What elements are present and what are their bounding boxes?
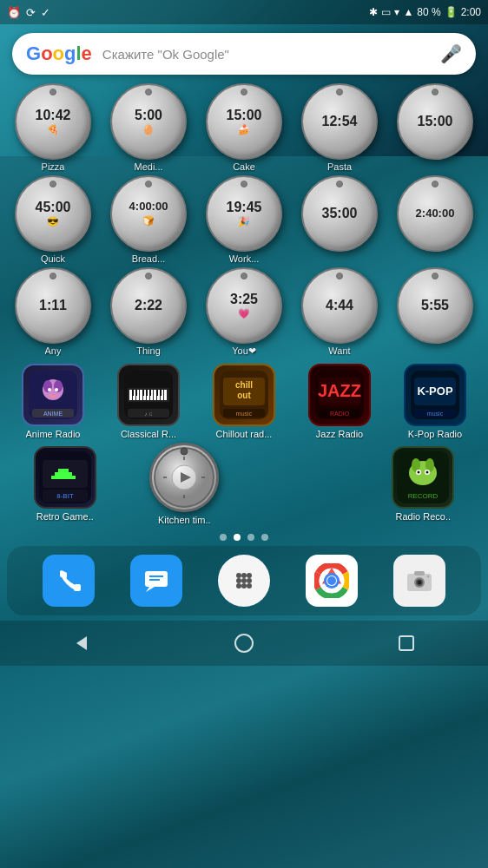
sim-icon: ▭ — [381, 6, 391, 18]
dot-2 — [234, 534, 241, 541]
search-hint: Скажите "Ok Google" — [102, 47, 440, 62]
timer-bread[interactable]: 4:00:00 🍞 Bread... — [102, 175, 195, 264]
kitchen-timer-label: Kitchen tim.. — [158, 515, 211, 525]
svg-point-94 — [241, 583, 247, 589]
jazz-radio-label: Jazz Radio — [316, 429, 363, 439]
app-chillout-radio[interactable]: chill out music Chillout rad... — [198, 364, 290, 439]
timer-dial-pizza: 10:42 🍕 — [15, 83, 91, 160]
timer-time-pasta: 12:54 — [322, 114, 358, 129]
timer-name-bread: Bread... — [132, 253, 166, 264]
svg-text:RECORD: RECORD — [408, 492, 439, 500]
svg-point-95 — [247, 583, 252, 589]
app-retro-game[interactable]: 8-BIT Retro Game.. — [7, 446, 123, 522]
app-radio-rec[interactable]: RECORD Radio Reco.. — [366, 446, 482, 522]
svg-rect-26 — [156, 390, 158, 396]
svg-point-79 — [418, 471, 420, 474]
timer-pasta[interactable]: 12:54 Pasta — [293, 83, 386, 172]
svg-point-100 — [327, 576, 336, 585]
app-classical-radio[interactable]: ♪ ♫ Classical R... — [102, 364, 195, 439]
timer-name-any: Any — [45, 345, 62, 356]
app-jazz-radio[interactable]: JAZZ RADIO Jazz Radio — [293, 364, 386, 439]
svg-rect-22 — [135, 390, 137, 396]
status-bar: ⏰ ⟳ ✓ ✱ ▭ ▾ ▲ 80 % 🔋 2:00 — [0, 0, 488, 24]
timer-dial-medi: 5:00 🥚 — [110, 83, 187, 160]
dock-messages-button[interactable] — [130, 555, 182, 607]
timer-dial-pasta: 12:54 — [301, 83, 378, 160]
timer-cake[interactable]: 15:00 🍰 Cake — [198, 83, 290, 172]
dock-phone-button[interactable] — [43, 555, 95, 607]
timer-pizza[interactable]: 10:42 🍕 Pizza — [7, 83, 99, 172]
timer-you[interactable]: 3:25 💗 You❤ — [198, 267, 290, 357]
dock — [7, 546, 481, 615]
svg-point-5 — [55, 388, 58, 391]
svg-text:music: music — [236, 411, 253, 417]
timer-name-want: Want — [328, 345, 350, 356]
svg-rect-20 — [164, 390, 167, 400]
svg-rect-48 — [58, 469, 62, 472]
timer-name-cake: Cake — [233, 161, 255, 172]
svg-point-89 — [247, 573, 252, 578]
svg-point-91 — [241, 578, 247, 583]
timer-emoji-you: 💗 — [238, 308, 250, 319]
app-kpop-radio[interactable]: K-POP music K-Pop Radio — [389, 364, 481, 439]
timer-dial-quick: 45:00 😎 — [15, 175, 91, 252]
status-right-info: ✱ ▭ ▾ ▲ 80 % 🔋 2:00 — [369, 6, 481, 18]
timer-any[interactable]: 1:11 Any — [7, 267, 99, 357]
nav-bar — [0, 621, 488, 666]
timer-35[interactable]: 35:00 — [293, 175, 386, 264]
anime-radio-label: Anime Radio — [26, 429, 81, 439]
google-search-bar[interactable]: Google Скажите "Ok Google" 🎤 — [12, 33, 476, 75]
svg-rect-52 — [58, 472, 62, 476]
svg-rect-55 — [69, 472, 72, 476]
timer-dial-work: 19:45 🎉 — [206, 175, 282, 252]
status-left-icons: ⏰ ⟳ ✓ — [7, 6, 50, 19]
svg-rect-24 — [146, 390, 148, 396]
timer-time-you: 3:25 — [230, 292, 258, 307]
svg-rect-13 — [140, 390, 142, 400]
svg-point-88 — [241, 573, 247, 578]
nav-back-button[interactable] — [63, 624, 101, 662]
timer-emoji-pizza: 🍕 — [47, 124, 59, 135]
dock-camera-button[interactable] — [393, 555, 445, 607]
timer-emoji-quick: 😎 — [47, 216, 59, 227]
dock-chrome-button[interactable] — [306, 555, 358, 607]
app-grid-row1: ANIME Anime Radio — [0, 357, 488, 439]
timer-work[interactable]: 19:45 🎉 Work... — [198, 175, 290, 264]
timer-time-want: 4:44 — [326, 298, 353, 313]
app-anime-radio[interactable]: ANIME Anime Radio — [7, 364, 99, 439]
svg-rect-59 — [62, 476, 65, 479]
svg-text:chill: chill — [235, 380, 253, 390]
timer-grid-row2: 45:00 😎 Quick 4:00:00 🍞 Bread... 19:45 🎉… — [0, 175, 488, 264]
svg-point-90 — [236, 578, 241, 583]
timer-time-bread: 4:00:00 — [129, 201, 168, 213]
svg-text:music: music — [427, 411, 444, 417]
timer-quick[interactable]: 45:00 😎 Quick — [7, 175, 99, 264]
timer-time-work: 19:45 — [227, 200, 262, 215]
timer-time-medi: 5:00 — [135, 108, 162, 123]
timer-dial-240: 2:40:00 — [397, 175, 473, 252]
timer-medi[interactable]: 5:00 🥚 Medi... — [102, 83, 195, 172]
svg-point-66 — [181, 448, 188, 455]
svg-rect-23 — [142, 390, 144, 396]
timer-15-1[interactable]: 15:00 — [389, 83, 481, 172]
app-kitchen-timer[interactable]: Kitchen tim.. — [127, 443, 243, 525]
svg-point-80 — [426, 471, 429, 474]
svg-text:JAZZ: JAZZ — [318, 381, 361, 400]
timer-240[interactable]: 2:40:00 — [389, 175, 481, 264]
timer-555[interactable]: 5:55 — [389, 267, 481, 357]
svg-rect-17 — [154, 390, 156, 400]
timer-time-thing: 2:22 — [135, 298, 162, 313]
svg-rect-56 — [51, 476, 55, 479]
nav-recents-button[interactable] — [387, 624, 425, 662]
retro-game-icon: 8-BIT — [34, 446, 96, 509]
timer-emoji-work: 🎉 — [238, 216, 250, 227]
mic-icon[interactable]: 🎤 — [440, 43, 462, 64]
classical-radio-label: Classical R... — [121, 429, 176, 439]
timer-want[interactable]: 4:44 Want — [293, 267, 386, 357]
timer-thing[interactable]: 2:22 Thing — [102, 267, 195, 357]
dock-app-drawer-button[interactable] — [218, 555, 270, 607]
timer-dial-35: 35:00 — [301, 175, 378, 252]
nav-home-button[interactable] — [225, 624, 263, 662]
timer-name-you: You❤ — [232, 345, 256, 357]
svg-text:8-BIT: 8-BIT — [56, 492, 74, 500]
